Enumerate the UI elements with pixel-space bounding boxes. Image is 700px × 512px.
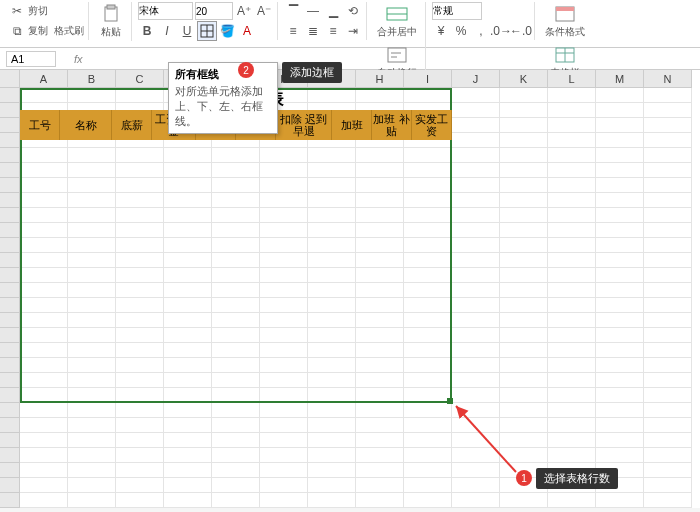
cell[interactable] <box>452 253 500 268</box>
cell[interactable] <box>164 478 212 493</box>
cell[interactable] <box>356 418 404 433</box>
cell[interactable] <box>356 433 404 448</box>
cell[interactable] <box>452 178 500 193</box>
cell[interactable] <box>644 298 692 313</box>
cell[interactable] <box>404 463 452 478</box>
cell[interactable] <box>452 373 500 388</box>
cell[interactable] <box>116 373 164 388</box>
cell[interactable] <box>308 433 356 448</box>
cell[interactable] <box>548 133 596 148</box>
align-top-icon[interactable]: ▔ <box>284 2 302 20</box>
cell[interactable] <box>164 373 212 388</box>
cell[interactable] <box>164 193 212 208</box>
cell[interactable] <box>404 328 452 343</box>
cell[interactable] <box>68 313 116 328</box>
cell[interactable] <box>212 433 260 448</box>
cell[interactable] <box>596 403 644 418</box>
cell[interactable] <box>356 148 404 163</box>
cell[interactable] <box>212 358 260 373</box>
cell[interactable] <box>452 118 500 133</box>
cell[interactable] <box>116 148 164 163</box>
cell[interactable] <box>596 418 644 433</box>
cell[interactable] <box>116 223 164 238</box>
cell[interactable] <box>308 403 356 418</box>
cell[interactable] <box>20 208 68 223</box>
cell[interactable] <box>548 238 596 253</box>
cell[interactable] <box>404 178 452 193</box>
row-header[interactable] <box>0 238 20 253</box>
font-size-input[interactable] <box>195 2 233 20</box>
cell[interactable] <box>68 493 116 508</box>
cell[interactable] <box>164 208 212 223</box>
cell[interactable] <box>500 313 548 328</box>
cell[interactable] <box>164 283 212 298</box>
cell[interactable] <box>644 238 692 253</box>
cell[interactable] <box>68 343 116 358</box>
cell[interactable] <box>404 283 452 298</box>
cell[interactable] <box>356 178 404 193</box>
indent-icon[interactable]: ⇥ <box>344 22 362 40</box>
cell[interactable] <box>356 328 404 343</box>
cell[interactable] <box>164 313 212 328</box>
cell[interactable] <box>164 268 212 283</box>
row-header[interactable] <box>0 103 20 118</box>
cell[interactable] <box>548 328 596 343</box>
cell[interactable] <box>596 373 644 388</box>
cell[interactable] <box>452 238 500 253</box>
bold-button[interactable]: B <box>138 22 156 40</box>
increase-decimal-icon[interactable]: .0→ <box>492 22 510 40</box>
cell[interactable] <box>596 448 644 463</box>
cell[interactable] <box>308 238 356 253</box>
cell[interactable] <box>548 223 596 238</box>
cell[interactable] <box>548 283 596 298</box>
table-header-cell[interactable]: 加班 <box>332 110 372 140</box>
align-right-icon[interactable]: ≡ <box>324 22 342 40</box>
name-box[interactable]: A1 <box>6 51 56 67</box>
cell[interactable] <box>404 298 452 313</box>
cell[interactable] <box>164 178 212 193</box>
col-header[interactable]: H <box>356 70 404 88</box>
cell[interactable] <box>260 388 308 403</box>
cell[interactable] <box>212 238 260 253</box>
cell[interactable] <box>212 403 260 418</box>
cell[interactable] <box>404 448 452 463</box>
row-header[interactable] <box>0 478 20 493</box>
cell[interactable] <box>596 208 644 223</box>
cell[interactable] <box>68 388 116 403</box>
cell[interactable] <box>116 388 164 403</box>
cell[interactable] <box>212 298 260 313</box>
cell[interactable] <box>308 193 356 208</box>
cell[interactable] <box>356 448 404 463</box>
cell[interactable] <box>548 148 596 163</box>
cell[interactable] <box>596 148 644 163</box>
row-header[interactable] <box>0 448 20 463</box>
cell[interactable] <box>164 493 212 508</box>
cell[interactable] <box>20 388 68 403</box>
cell[interactable] <box>308 418 356 433</box>
row-header[interactable] <box>0 283 20 298</box>
cell[interactable] <box>644 478 692 493</box>
cell[interactable] <box>356 268 404 283</box>
col-header[interactable]: L <box>548 70 596 88</box>
cell[interactable] <box>260 418 308 433</box>
cell[interactable] <box>164 403 212 418</box>
cell[interactable] <box>20 478 68 493</box>
borders-button[interactable] <box>198 22 216 40</box>
cell[interactable] <box>548 268 596 283</box>
cell[interactable] <box>548 343 596 358</box>
align-middle-icon[interactable]: ― <box>304 2 322 20</box>
cell[interactable] <box>404 313 452 328</box>
cell[interactable] <box>212 223 260 238</box>
cell[interactable] <box>452 358 500 373</box>
cell[interactable] <box>260 253 308 268</box>
cell[interactable] <box>20 163 68 178</box>
cell[interactable] <box>308 313 356 328</box>
cell[interactable] <box>20 373 68 388</box>
cell[interactable] <box>644 403 692 418</box>
cell[interactable] <box>596 343 644 358</box>
cell[interactable] <box>308 388 356 403</box>
cell[interactable] <box>548 313 596 328</box>
cell[interactable] <box>164 148 212 163</box>
cell[interactable] <box>548 163 596 178</box>
row-header[interactable] <box>0 433 20 448</box>
